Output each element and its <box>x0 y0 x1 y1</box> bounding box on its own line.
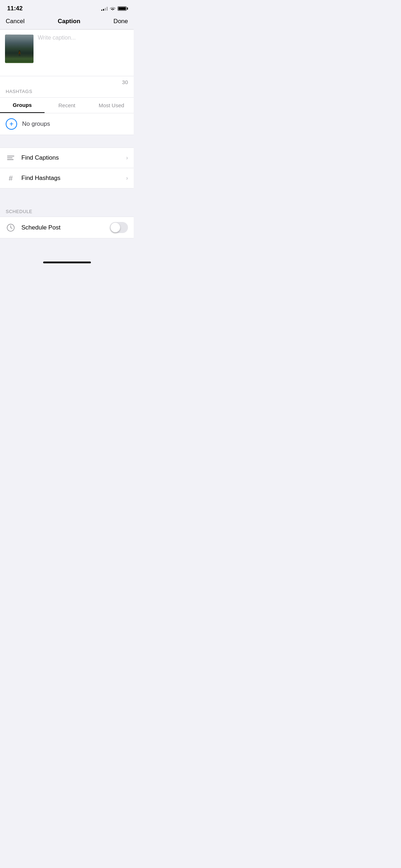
menu-section: Find Captions › # Find Hashtags › <box>0 148 134 188</box>
battery-icon <box>118 6 127 11</box>
done-button[interactable]: Done <box>113 18 128 25</box>
tab-groups[interactable]: Groups <box>0 98 45 113</box>
hash-icon: # <box>9 174 12 182</box>
schedule-post-item: Schedule Post <box>0 217 134 238</box>
schedule-post-label: Schedule Post <box>21 224 104 231</box>
lines-icon <box>7 156 14 160</box>
status-icons <box>101 6 127 11</box>
wifi-icon <box>110 6 115 11</box>
hashtags-section: 30 HASHTAGS Groups Recent Most Used + No… <box>0 76 134 135</box>
section-separator-1 <box>0 135 134 148</box>
add-group-button[interactable]: + <box>6 118 17 130</box>
find-hashtags-chevron: › <box>126 175 128 181</box>
home-indicator <box>43 262 91 263</box>
find-hashtags-label: Find Hashtags <box>21 175 120 182</box>
home-indicator-area <box>0 238 134 267</box>
find-hashtags-icon: # <box>6 173 16 183</box>
status-bar: 11:42 <box>0 0 134 15</box>
caption-placeholder: Write caption... <box>38 35 76 41</box>
svg-line-2 <box>11 228 12 228</box>
nav-bar: Cancel Caption Done <box>0 15 134 30</box>
hashtags-count-row: 30 <box>0 76 134 87</box>
find-captions-chevron: › <box>126 155 128 161</box>
post-image <box>5 35 34 63</box>
toggle-knob <box>110 223 120 232</box>
find-captions-label: Find Captions <box>21 154 120 161</box>
add-group-row[interactable]: + No groups <box>0 113 134 135</box>
find-hashtags-item[interactable]: # Find Hashtags › <box>0 168 134 188</box>
tab-bar: Groups Recent Most Used <box>0 98 134 113</box>
schedule-section-label-area: SCHEDULE <box>0 201 134 217</box>
signal-icon <box>101 6 108 11</box>
no-groups-label: No groups <box>22 120 50 128</box>
tab-recent[interactable]: Recent <box>45 98 89 113</box>
hashtags-count: 30 <box>122 79 128 85</box>
schedule-clock-icon <box>6 223 16 233</box>
page-title: Caption <box>58 18 80 25</box>
find-captions-icon <box>6 153 16 163</box>
add-icon: + <box>9 120 14 128</box>
schedule-label: SCHEDULE <box>6 209 32 214</box>
hashtags-label: HASHTAGS <box>6 89 32 94</box>
schedule-section: Schedule Post <box>0 217 134 238</box>
find-captions-item[interactable]: Find Captions › <box>0 148 134 168</box>
section-separator-2 <box>0 188 134 201</box>
tab-most-used[interactable]: Most Used <box>89 98 134 113</box>
schedule-toggle[interactable] <box>110 222 128 233</box>
cancel-button[interactable]: Cancel <box>6 18 25 25</box>
status-time: 11:42 <box>7 5 22 12</box>
hashtags-label-row: HASHTAGS <box>0 87 134 98</box>
caption-area: Write caption... <box>0 30 134 76</box>
caption-input-area[interactable]: Write caption... <box>38 35 129 71</box>
groups-list: + No groups <box>0 113 134 135</box>
